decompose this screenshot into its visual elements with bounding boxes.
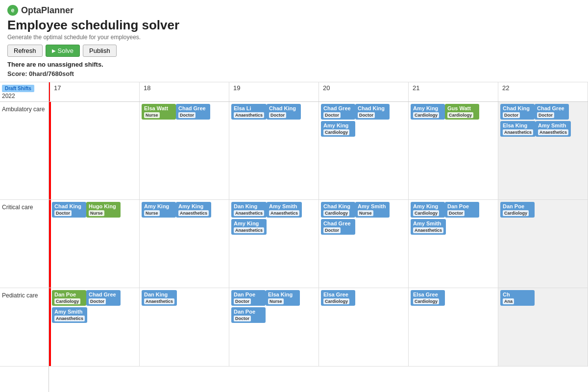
shift-tag: Doctor: [54, 210, 72, 216]
shift-tag: Doctor: [234, 316, 251, 321]
shift-name: Chad Gree: [178, 105, 208, 111]
publish-button[interactable]: Publish: [83, 45, 117, 57]
shift-card[interactable]: Chad GreeDoctor: [321, 104, 355, 120]
shift-card[interactable]: Amy KingAnaesthetics: [231, 219, 267, 235]
schedule-row-0: Elsa WattNurseChad GreeDoctorElsa LiAnae…: [49, 102, 588, 200]
shift-name: Amy King: [413, 203, 442, 209]
shift-name: Amy Smith: [54, 309, 85, 315]
shift-card[interactable]: Amy SmithAnaesthetics: [411, 219, 446, 235]
shift-card[interactable]: Chad KingDoctor: [355, 104, 390, 120]
solve-button[interactable]: Solve: [46, 45, 80, 57]
shift-card[interactable]: Amy SmithAnaesthetics: [52, 307, 87, 323]
cell-r1-d3: Chad KingCardiologyAmy SmithNurseChad Gr…: [319, 200, 409, 288]
shift-card[interactable]: Elsa KingNurse: [266, 290, 300, 306]
cell-r0-d0: [49, 102, 140, 199]
shift-tag: Cardiology: [413, 298, 439, 304]
shift-card[interactable]: Gus WattCardiology: [445, 104, 479, 120]
shift-card[interactable]: Dan PoeCardiology: [52, 290, 86, 306]
shift-card[interactable]: Dan PoeCardiology: [500, 202, 535, 218]
shift-tag: Cardiology: [323, 129, 349, 135]
day-header-17: 17: [49, 82, 140, 101]
shift-name: Amy King: [178, 203, 209, 209]
cell-r2-d2: Dan PoeDoctorElsa KingNurseDan PoeDoctor: [229, 288, 319, 366]
shift-card[interactable]: Chad KingCardiology: [321, 202, 355, 218]
shift-name: Amy Smith: [269, 203, 299, 209]
shift-card[interactable]: Chad KingDoctor: [500, 104, 535, 120]
shift-card[interactable]: Dan KingAnaesthetics: [142, 290, 177, 306]
shift-name: Dan Poe: [234, 292, 263, 297]
shift-card[interactable]: Elsa GreeCardiology: [321, 290, 355, 306]
status-message: There are no unassigned shifts.: [7, 61, 581, 68]
cell-r0-d3: Chad GreeDoctorChad KingDoctorAmy KingCa…: [319, 102, 409, 199]
shift-name: Elsa Gree: [413, 292, 442, 297]
score-display: Score: 0hard/7680soft: [7, 70, 581, 77]
draft-shifts-badge: Draft Shifts: [2, 85, 34, 92]
shift-tag: Anaesthetics: [54, 316, 85, 321]
shift-tag: Ana: [503, 298, 514, 304]
shift-card[interactable]: Amy SmithAnaesthetics: [536, 121, 571, 137]
shift-card[interactable]: Chad KingDoctor: [267, 104, 301, 120]
cell-r2-d5: ChAna: [498, 288, 588, 366]
shift-tag: Doctor: [234, 298, 251, 304]
shift-card[interactable]: Elsa WattNurse: [142, 104, 176, 120]
shift-card[interactable]: Elsa GreeCardiology: [411, 290, 445, 306]
shift-name: Dan Poe: [503, 203, 532, 209]
schedule-grid: Elsa WattNurseChad GreeDoctorElsa LiAnae…: [49, 102, 588, 392]
schedule-row-2: Dan PoeCardiologyChad GreeDoctorAmy Smit…: [49, 288, 588, 367]
shift-name: Elsa King: [268, 292, 297, 297]
cell-r2-d4: Elsa GreeCardiology: [409, 288, 498, 366]
shift-tag: Nurse: [358, 210, 373, 216]
shift-card[interactable]: Amy KingCardiology: [411, 104, 445, 120]
shift-name: Elsa King: [503, 122, 533, 128]
shift-name: Dan King: [144, 292, 174, 297]
shift-card[interactable]: Elsa KingAnaesthetics: [500, 121, 536, 137]
shift-name: Dan King: [234, 203, 264, 209]
shift-card[interactable]: Dan PoeDoctor: [445, 202, 479, 218]
shift-tag: Anaesthetics: [413, 227, 443, 233]
row-labels: Ambulatory careCritical carePediatric ca…: [0, 102, 49, 392]
shift-tag: Anaesthetics: [234, 210, 264, 216]
shift-card[interactable]: Amy SmithAnaesthetics: [267, 202, 302, 218]
shift-card[interactable]: Elsa LiAnaesthetics: [231, 104, 267, 120]
shift-name: Chad Gree: [323, 105, 353, 111]
shift-card[interactable]: Chad KingDoctor: [52, 202, 86, 218]
shift-tag: Doctor: [537, 112, 554, 118]
year-label: 2022: [2, 93, 47, 99]
shift-tag: Cardiology: [54, 298, 80, 304]
shift-card[interactable]: Chad GreeDoctor: [176, 104, 210, 120]
shift-card[interactable]: Amy KingCardiology: [321, 121, 355, 137]
shift-card[interactable]: Chad GreeDoctor: [321, 219, 355, 235]
schedule-row-1: Chad KingDoctorHugo KingNurseAmy KingNur…: [49, 200, 588, 288]
shift-card[interactable]: Chad GreeDoctor: [535, 104, 569, 120]
shift-tag: Doctor: [447, 210, 465, 216]
shift-tag: Doctor: [358, 112, 375, 118]
shift-name: Dan Poe: [447, 203, 477, 209]
shift-card[interactable]: Dan PoeDoctor: [231, 307, 266, 323]
shift-tag: Anaesthetics: [234, 112, 264, 118]
shift-tag: Anaesthetics: [178, 210, 209, 216]
refresh-button[interactable]: Refresh: [7, 45, 43, 57]
shift-card[interactable]: Hugo KingNurse: [86, 202, 121, 218]
shift-card[interactable]: Dan PoeDoctor: [231, 290, 266, 306]
shift-name: Hugo King: [89, 203, 118, 209]
today-line: [50, 288, 51, 366]
shift-card[interactable]: Amy SmithNurse: [355, 202, 390, 218]
shift-card[interactable]: Amy KingAnaesthetics: [176, 202, 211, 218]
cell-r2-d0: Dan PoeCardiologyChad GreeDoctorAmy Smit…: [49, 288, 140, 366]
shift-card[interactable]: Amy KingNurse: [142, 202, 176, 218]
shift-name: Chad King: [269, 105, 298, 111]
shift-card[interactable]: Dan KingAnaesthetics: [231, 202, 267, 218]
shift-tag: Nurse: [268, 298, 284, 304]
cell-r0-d4: Amy KingCardiologyGus WattCardiology: [409, 102, 498, 199]
shift-card[interactable]: Amy KingCardiology: [411, 202, 445, 218]
shift-card[interactable]: Chad GreeDoctor: [86, 290, 121, 306]
app-title: Employee scheduling solver: [7, 18, 581, 33]
shift-tag: Nurse: [144, 112, 160, 118]
days-header: 171819202122: [49, 82, 588, 101]
shift-tag: Cardiology: [503, 210, 529, 216]
shift-card[interactable]: ChAna: [500, 290, 535, 306]
logo-text: OptaPlanner: [21, 5, 74, 16]
row-label-1: Critical care: [0, 200, 49, 288]
logo-icon: e: [7, 5, 18, 16]
shift-tag: Doctor: [269, 112, 286, 118]
